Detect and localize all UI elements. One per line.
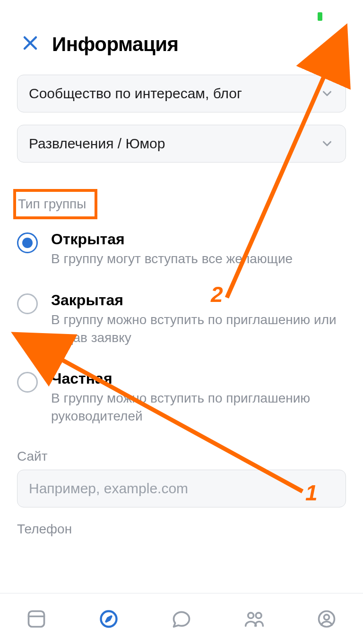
radio-desc: В группу могут вступать все желающие: [51, 250, 293, 268]
community-type-select[interactable]: Сообщество по интересам, блог: [17, 75, 346, 112]
group-type-section-label: Тип группы: [13, 189, 97, 219]
annotation-number-2: 2: [211, 282, 223, 307]
radio-desc: В группу можно вступить по приглашению р…: [51, 389, 344, 425]
radio-indicator: [17, 372, 38, 393]
nav-discover[interactable]: [95, 605, 122, 633]
category-value: Развлечения / Юмор: [29, 136, 165, 152]
bottom-nav: [0, 593, 363, 644]
radio-indicator: [17, 232, 38, 253]
nav-messages[interactable]: [168, 605, 195, 633]
radio-option-private[interactable]: Частная В группу можно вступить по пригл…: [17, 370, 346, 425]
phone-field-label: Телефон: [17, 522, 346, 537]
community-type-value: Сообщество по интересам, блог: [29, 86, 242, 102]
status-battery-indicator: [318, 12, 322, 21]
svg-point-9: [324, 614, 329, 619]
site-field-label: Сайт: [17, 449, 346, 464]
chevron-down-icon: [320, 86, 334, 101]
site-input[interactable]: [17, 470, 346, 507]
svg-point-6: [248, 612, 253, 618]
radio-desc: В группу можно вступить по приглашению и…: [51, 311, 344, 347]
annotation-number-1: 1: [305, 480, 318, 506]
nav-profile[interactable]: [313, 605, 340, 633]
radio-indicator: [17, 293, 38, 314]
nav-feed[interactable]: [23, 605, 50, 633]
svg-point-7: [256, 612, 261, 618]
nav-friends[interactable]: [241, 605, 268, 633]
svg-rect-2: [28, 611, 44, 627]
radio-title: Частная: [51, 370, 344, 387]
svg-marker-5: [106, 616, 112, 621]
radio-title: Закрытая: [51, 292, 344, 309]
radio-option-open[interactable]: Открытая В группу могут вступать все жел…: [17, 231, 346, 268]
radio-title: Открытая: [51, 231, 293, 248]
radio-option-closed[interactable]: Закрытая В группу можно вступить по приг…: [17, 292, 346, 347]
category-select[interactable]: Развлечения / Юмор: [17, 125, 346, 163]
page-title: Информация: [52, 33, 314, 56]
header: Информация: [0, 0, 363, 75]
close-button[interactable]: [22, 34, 39, 55]
confirm-button[interactable]: [327, 35, 346, 54]
chevron-down-icon: [320, 137, 334, 151]
